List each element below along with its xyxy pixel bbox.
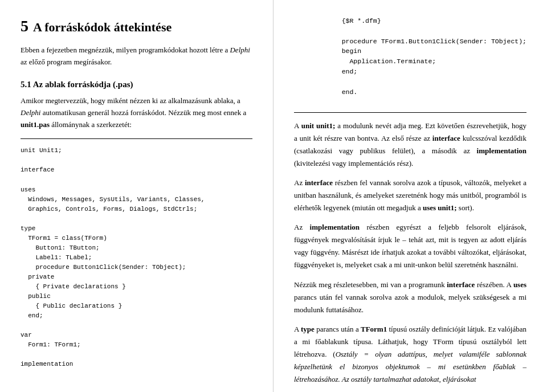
paragraph-3: Az implementation részben egyrészt a fel…: [294, 221, 526, 271]
right-page-content: A unit unit1; a modulunk nevét adja meg.…: [294, 120, 526, 386]
chapter-number: 5: [21, 17, 28, 35]
divider: [21, 138, 252, 139]
paragraph-2: Az interface részben fel vannak sorolva …: [294, 177, 526, 214]
code-block: unit Unit1; interface uses Windows, Mess…: [21, 146, 252, 369]
chapter-title: A forráskódok áttekintése: [33, 20, 172, 34]
paragraph-4: Nézzük meg részletesebben, mi van a prog…: [294, 279, 526, 316]
left-page: 5A forráskódok áttekintése Ebben a fejez…: [0, 0, 274, 392]
chapter-heading: 5A forráskódok áttekintése: [21, 16, 252, 36]
right-page: {$R *.dfm} procedure TForm1.Button1Click…: [274, 0, 547, 392]
paragraph-1: A unit unit1; a modulunk nevét adja meg.…: [294, 120, 526, 170]
top-code-block: {$R *.dfm} procedure TForm1.Button1Click…: [342, 16, 526, 97]
section-title: 5.1 Az ablak forráskódja (.pas): [21, 80, 252, 89]
section-body: Amikor megtervezzük, hogy miként nézzen …: [21, 95, 252, 130]
right-divider: [294, 112, 526, 113]
intro-text: Ebben a fejezetben megnézzük, milyen pro…: [21, 44, 252, 68]
paragraph-5: A type parancs után a TForm1 típusú oszt…: [294, 323, 526, 386]
